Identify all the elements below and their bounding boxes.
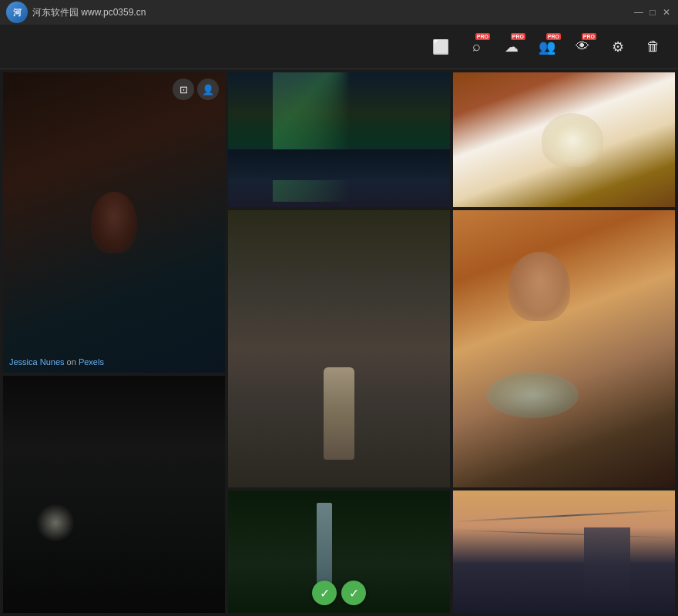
frame-action-button[interactable]: ⊡ [173,79,194,100]
photo-forest-waterfall[interactable]: ✓ ✓ [228,490,450,613]
clipboard-icon: ⬜ [432,38,449,55]
main-content: ⊡ 👤 Jessica Nunes on Pexels [0,69,678,616]
photo-col-3 [453,72,675,613]
check-circle-2: ✓ [341,581,366,605]
photo-col-1: ⊡ 👤 Jessica Nunes on Pexels [3,72,225,613]
photo-caption-1: Jessica Nunes on Pexels [9,357,104,367]
titlebar-controls: — □ ✕ [633,7,672,18]
app-title-text: 河东软件园 www.pc0359.cn [32,6,146,19]
check-marks: ✓ ✓ [312,581,366,605]
check-circle-1: ✓ [312,581,337,605]
pro-badge-users: PRO [546,33,561,40]
trash-tool-button[interactable]: 🗑 [638,32,669,62]
photo-woman-flowers[interactable] [453,210,675,487]
titlebar: 河 河东软件园 www.pc0359.cn — □ ✕ [0,0,678,25]
source-link[interactable]: Pexels [79,357,104,367]
cloud-icon: ☁ [505,38,519,55]
clipboard-tool-button[interactable]: ⬜ [425,32,456,62]
eye-icon: 👁 [576,38,589,55]
photo-white-flower[interactable] [453,72,675,207]
maximize-button[interactable]: □ [647,7,658,18]
logo-text: 河 [13,7,22,18]
pro-badge-cloud: PRO [511,33,525,40]
photographer-link[interactable]: Jessica Nunes [9,357,65,367]
users-tool-button[interactable]: PRO 👥 [532,32,562,62]
cloud-tool-button[interactable]: PRO ☁ [496,32,527,62]
photo-actions-1: ⊡ 👤 [173,79,219,100]
users-icon: 👥 [539,38,555,55]
titlebar-left: 河 河东软件园 www.pc0359.cn [6,2,146,23]
search-icon: ⌕ [472,38,481,55]
frame-icon: ⊡ [180,84,188,95]
photo-city-building[interactable] [453,490,675,613]
people-action-button[interactable]: 👤 [197,79,219,100]
caption-on: on [67,357,79,367]
search-tool-button[interactable]: PRO ⌕ [461,32,492,62]
photo-col-2: ✓ ✓ [228,72,450,613]
photo-aurora[interactable] [228,72,450,207]
close-button[interactable]: ✕ [661,7,672,18]
minimize-button[interactable]: — [633,7,644,18]
pro-badge-search: PRO [475,33,490,40]
photo-industrial-man[interactable] [228,210,450,487]
settings-tool-button[interactable]: ⚙ [602,32,633,62]
toolbar: ⬜ PRO ⌕ PRO ☁ PRO 👥 PRO 👁 ⚙ 🗑 [0,25,678,69]
people-icon: 👤 [202,84,214,95]
photo-woman-dark[interactable]: ⊡ 👤 Jessica Nunes on Pexels [3,72,225,373]
pro-badge-eye: PRO [582,33,596,40]
trash-icon: 🗑 [646,38,660,55]
app-logo: 河 [6,2,28,23]
photo-smoker[interactable] [3,376,225,613]
settings-icon: ⚙ [612,38,624,55]
eye-tool-button[interactable]: PRO 👁 [567,32,598,62]
photo-grid: ⊡ 👤 Jessica Nunes on Pexels [0,69,678,616]
